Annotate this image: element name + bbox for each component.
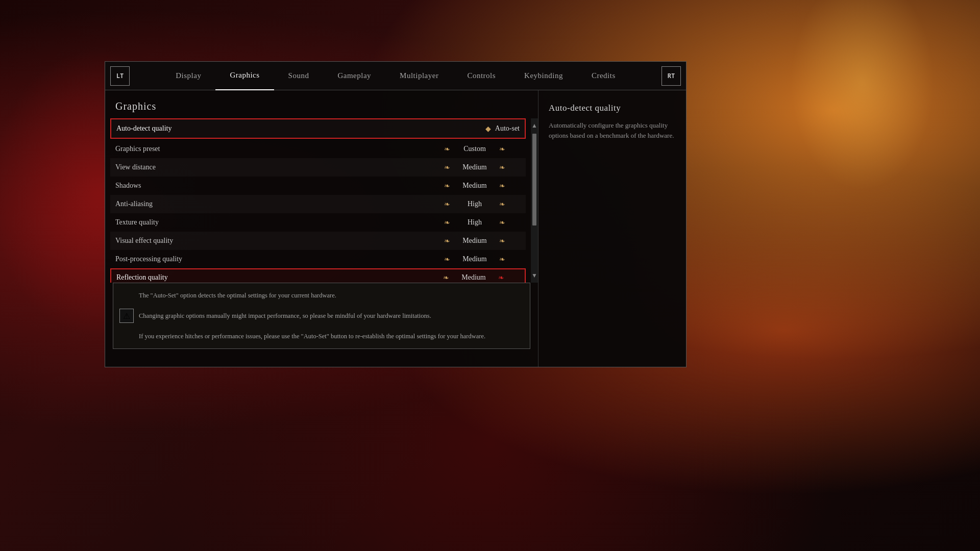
setting-row-autodetect[interactable]: Auto-detect quality ◆ Auto-set [110, 118, 526, 139]
setting-value-1: Medium [454, 163, 495, 171]
diamond-icon: ◆ [485, 124, 491, 133]
setting-name-reflection: Reflection quality [116, 273, 428, 282]
nav-bar: LT Display Graphics Sound Gameplay Multi… [105, 62, 686, 90]
arrow-left-reflection: ❧ [443, 273, 449, 282]
arrow-right-5: ❧ [499, 237, 505, 245]
setting-row-reflection[interactable]: Reflection quality ❧ Medium ❧ [110, 268, 526, 283]
scroll-thumb[interactable] [532, 134, 536, 226]
setting-row-1[interactable]: View distance ❧ Medium ❧ [110, 158, 526, 177]
setting-value-3: High [454, 200, 495, 208]
nav-tabs: Display Graphics Sound Gameplay Multipla… [130, 62, 662, 90]
settings-list: Auto-detect quality ◆ Auto-set Graphics … [105, 118, 531, 283]
arrow-right-1: ❧ [499, 163, 505, 172]
info-description: Automatically configure the graphics qua… [549, 120, 676, 140]
scroll-up-arrow[interactable]: ▲ [531, 120, 537, 131]
info-panel: Auto-detect quality Automatically config… [538, 90, 686, 367]
arrow-right-3: ❧ [499, 200, 505, 209]
setting-controls-0: ❧ Custom ❧ [429, 145, 521, 154]
info-title: Auto-detect quality [549, 103, 676, 113]
setting-value-2: Medium [454, 182, 495, 190]
setting-name-autodetect: Auto-detect quality [116, 124, 485, 133]
tab-controls[interactable]: Controls [453, 62, 510, 90]
setting-row-5[interactable]: Visual effect quality ❧ Medium ❧ [110, 232, 526, 250]
setting-value-5: Medium [454, 237, 495, 245]
setting-controls-2: ❧ Medium ❧ [429, 182, 521, 190]
setting-name-6: Post-processing quality [115, 255, 429, 263]
setting-row-2[interactable]: Shadows ❧ Medium ❧ [110, 177, 526, 195]
setting-row-0[interactable]: Graphics preset ❧ Custom ❧ [110, 140, 526, 158]
tab-multiplayer[interactable]: Multiplayer [385, 62, 453, 90]
tab-sound[interactable]: Sound [274, 62, 324, 90]
lt-button[interactable]: LT [110, 66, 130, 86]
warning-icon: ⚠ [119, 309, 134, 323]
arrow-left-2: ❧ [444, 182, 450, 190]
arrow-right-reflection: ❧ [498, 273, 504, 282]
warning-text: The "Auto-Set" option detects the optima… [139, 290, 523, 341]
arrow-left-6: ❧ [444, 255, 450, 264]
setting-row-6[interactable]: Post-processing quality ❧ Medium ❧ [110, 250, 526, 268]
warning-box: ⚠ The "Auto-Set" option detects the opti… [113, 283, 530, 349]
tab-credits[interactable]: Credits [577, 62, 630, 90]
tab-gameplay[interactable]: Gameplay [323, 62, 385, 90]
setting-value-autodetect: ◆ Auto-set [485, 124, 520, 133]
setting-name-1: View distance [115, 163, 429, 171]
setting-name-5: Visual effect quality [115, 237, 429, 245]
tab-keybinding[interactable]: Keybinding [510, 62, 577, 90]
arrow-right-4: ❧ [499, 218, 505, 227]
rt-button[interactable]: RT [662, 66, 681, 86]
setting-name-2: Shadows [115, 182, 429, 190]
arrow-left-1: ❧ [444, 163, 450, 172]
setting-row-4[interactable]: Texture quality ❧ High ❧ [110, 213, 526, 232]
setting-name-3: Anti-aliasing [115, 200, 429, 208]
setting-controls-1: ❧ Medium ❧ [429, 163, 521, 172]
setting-value-0: Custom [454, 145, 495, 153]
arrow-left-5: ❧ [444, 237, 450, 245]
arrow-left-0: ❧ [444, 145, 450, 154]
arrow-left-3: ❧ [444, 200, 450, 209]
tab-display[interactable]: Display [161, 62, 215, 90]
content-area: Graphics Auto-detect quality ◆ Auto-set … [105, 90, 686, 367]
setting-name-0: Graphics preset [115, 145, 429, 153]
setting-controls-3: ❧ High ❧ [429, 200, 521, 209]
setting-controls-4: ❧ High ❧ [429, 218, 521, 227]
arrow-right-2: ❧ [499, 182, 505, 190]
arrow-right-0: ❧ [499, 145, 505, 154]
settings-modal: LT Display Graphics Sound Gameplay Multi… [105, 61, 687, 367]
section-title: Graphics [105, 101, 538, 118]
setting-value-6: Medium [454, 255, 495, 263]
setting-value-reflection: Medium [453, 273, 494, 282]
setting-row-3[interactable]: Anti-aliasing ❧ High ❧ [110, 195, 526, 213]
tab-graphics[interactable]: Graphics [215, 62, 274, 90]
setting-controls-reflection: ❧ Medium ❧ [428, 273, 520, 282]
arrow-right-6: ❧ [499, 255, 505, 264]
setting-controls-6: ❧ Medium ❧ [429, 255, 521, 264]
arrow-left-4: ❧ [444, 218, 450, 227]
scrollbar[interactable]: ▲ ▼ [531, 118, 538, 283]
main-panel: Graphics Auto-detect quality ◆ Auto-set … [105, 90, 538, 367]
setting-name-4: Texture quality [115, 218, 429, 227]
setting-controls-5: ❧ Medium ❧ [429, 237, 521, 245]
setting-value-4: High [454, 218, 495, 227]
scroll-down-arrow[interactable]: ▼ [531, 270, 537, 281]
